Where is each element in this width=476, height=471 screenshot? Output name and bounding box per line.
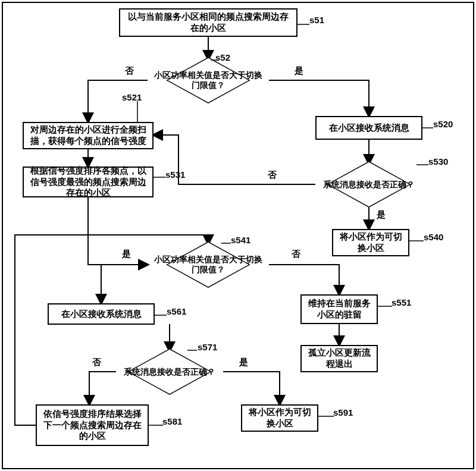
- node-s530: 系统消息接收是否正确？: [327, 162, 411, 206]
- node-text: 根据信号强度排序各频点，以信号强度最强的频点搜索周边存在的小区: [27, 165, 149, 199]
- node-text: 小区功率相关值是否大于切换门限值？: [152, 70, 264, 90]
- node-s541: 小区功率相关值是否大于切换门限值？: [165, 243, 251, 287]
- node-s571: 系统消息接收是否正确？: [128, 350, 211, 394]
- node-s551: 维持在当前服务小区的驻留: [300, 294, 378, 324]
- node-text: 系统消息接收是否正确？: [315, 180, 423, 190]
- step-label-s530: s530: [428, 156, 448, 167]
- branch-yes: 是: [239, 357, 248, 368]
- branch-no: 否: [92, 357, 101, 368]
- node-text: 维持在当前服务小区的驻留: [305, 298, 373, 321]
- node-s591: 将小区作为可切换小区: [241, 404, 318, 432]
- node-s521: 对周边存在的小区进行全频扫描，获得每个频点的信号强度: [23, 122, 154, 149]
- node-s52: 小区功率相关值是否大于切换门限值？: [165, 58, 251, 102]
- branch-yes: 是: [377, 209, 386, 221]
- node-text: 系统消息接收是否正确？: [115, 367, 224, 377]
- node-text: 依信号强度排序结果选择下一个频点搜索周边存在的小区: [40, 409, 144, 442]
- node-text: 将小区作为可切换小区: [246, 407, 314, 429]
- node-s540: 将小区作为可切换小区: [332, 229, 409, 256]
- branch-yes: 是: [122, 249, 131, 260]
- node-text: 小区功率相关值是否大于切换门限值？: [152, 255, 264, 275]
- node-text: 孤立小区更新流程退出: [305, 347, 373, 370]
- step-label-s531: s531: [165, 169, 185, 180]
- step-label-s591: s591: [333, 407, 353, 417]
- node-exit: 孤立小区更新流程退出: [300, 345, 378, 372]
- node-text: 对周边存在的小区进行全频扫描，获得每个频点的信号强度: [27, 124, 149, 147]
- branch-yes: 是: [295, 65, 303, 77]
- node-text: 以与当前服务小区相同的频点搜索周边存在的小区: [124, 11, 293, 34]
- node-s581: 依信号强度排序结果选择下一个频点搜索周边存在的小区: [36, 404, 149, 446]
- step-label-s581: s581: [162, 416, 182, 426]
- node-s561: 在小区接收系统消息: [48, 303, 155, 325]
- branch-no: 否: [125, 65, 134, 77]
- branch-no: 否: [268, 169, 277, 181]
- node-s520: 在小区接收系统消息: [315, 116, 422, 140]
- step-label-s551: s551: [392, 297, 411, 307]
- step-label-s571: s571: [198, 342, 217, 352]
- node-text: 在小区接收系统消息: [61, 309, 142, 320]
- step-label-s561: s561: [167, 306, 186, 316]
- step-label-s520: s520: [433, 119, 453, 129]
- branch-no: 否: [292, 249, 300, 260]
- node-s51: 以与当前服务小区相同的频点搜索周边存在的小区: [119, 8, 298, 37]
- step-label-s540: s540: [424, 232, 443, 242]
- node-text: 在小区接收系统消息: [329, 123, 409, 134]
- step-label-s541: s541: [231, 235, 250, 245]
- node-text: 将小区作为可切换小区: [337, 231, 405, 254]
- node-s531: 根据信号强度排序各频点，以信号强度最强的频点搜索周边存在的小区: [23, 167, 154, 197]
